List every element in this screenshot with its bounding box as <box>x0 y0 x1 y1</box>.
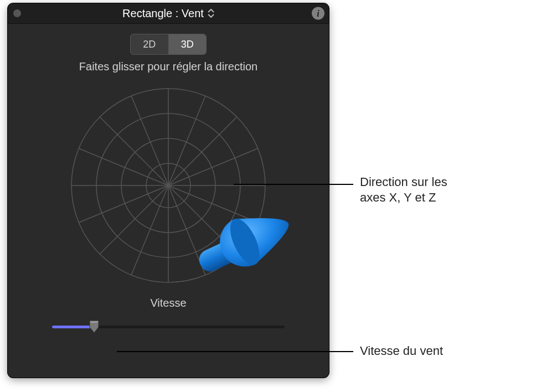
callout-direction: Direction sur les axes X, Y et Z <box>360 174 447 205</box>
svg-line-18 <box>100 117 168 185</box>
dial-grid-icon <box>66 83 271 288</box>
mode-2d-button[interactable]: 2D <box>131 34 169 54</box>
speed-slider[interactable] <box>52 318 285 335</box>
titlebar: Rectangle : Vent i <box>8 3 329 24</box>
slider-thumb[interactable] <box>89 319 100 334</box>
hud-panel: Rectangle : Vent i 2D 3D Faites glisser … <box>8 3 329 378</box>
hud-title-text: Rectangle : Vent <box>122 7 204 20</box>
mode-3d-button[interactable]: 3D <box>169 34 207 54</box>
svg-line-10 <box>168 185 237 254</box>
hud-title-dropdown[interactable]: Rectangle : Vent <box>122 7 214 20</box>
direction-dial[interactable] <box>66 83 271 288</box>
dimension-segmented-control: 2D 3D <box>130 34 207 55</box>
callout-line <box>234 184 353 185</box>
svg-line-6 <box>168 117 237 185</box>
mode-2d-label: 2D <box>143 39 156 50</box>
mode-3d-label: 3D <box>181 39 194 50</box>
close-window-dot[interactable] <box>13 9 21 17</box>
callout-speed: Vitesse du vent <box>360 343 443 359</box>
slider-fill <box>52 326 94 328</box>
instruction-text: Faites glisser pour régler la direction <box>8 60 329 73</box>
svg-line-14 <box>100 185 168 254</box>
speed-label: Vitesse <box>8 297 329 310</box>
info-icon: i <box>317 8 319 18</box>
updown-chevron-icon <box>208 9 214 18</box>
callout-line <box>117 351 353 352</box>
info-button[interactable]: i <box>312 7 324 20</box>
